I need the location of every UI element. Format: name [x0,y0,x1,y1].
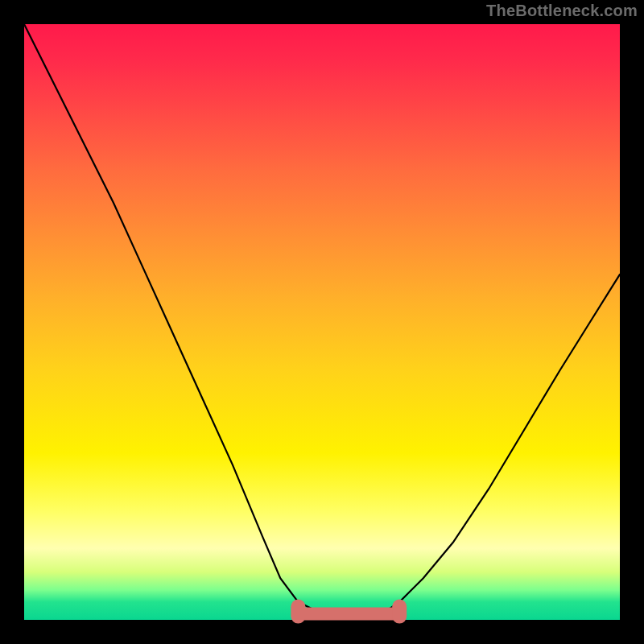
chart-frame: TheBottleneck.com [0,0,644,644]
plot-area [24,24,620,620]
watermark-text: TheBottleneck.com [486,2,638,20]
bottleneck-chart [24,24,620,620]
bottleneck-curve-line [24,24,620,617]
